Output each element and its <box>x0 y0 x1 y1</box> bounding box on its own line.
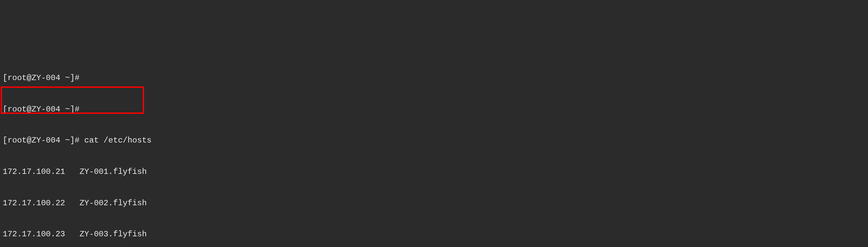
terminal-line: [root@ZY-004 ~]# <box>3 104 865 114</box>
terminal-line: 172.17.100.22 ZY-002.flyfish <box>3 198 865 208</box>
terminal-window[interactable]: [root@ZY-004 ~]# [root@ZY-004 ~]# [root@… <box>0 42 868 247</box>
terminal-line: 172.17.100.21 ZY-001.flyfish <box>3 167 865 177</box>
terminal-line: [root@ZY-004 ~]# <box>3 73 865 83</box>
terminal-line: [root@ZY-004 ~]# cat /etc/hosts <box>3 135 865 145</box>
terminal-line: 172.17.100.23 ZY-003.flyfish <box>3 229 865 239</box>
